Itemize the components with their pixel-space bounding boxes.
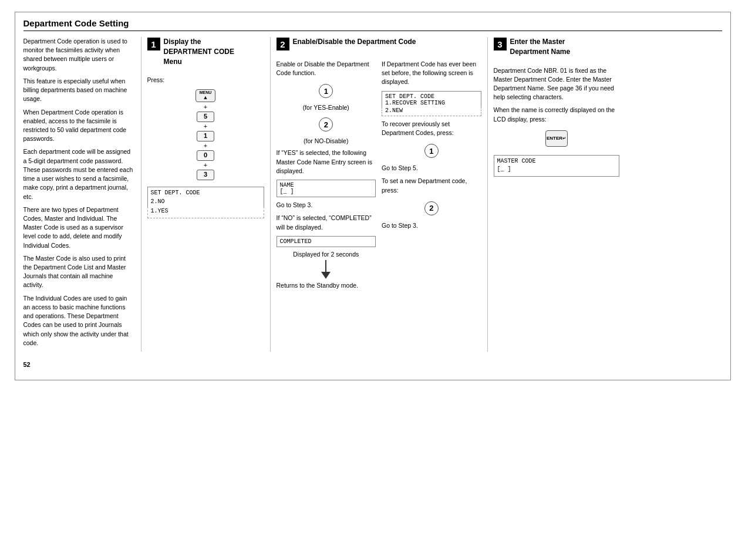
step2-name-lcd-line1: NAME <box>280 182 373 188</box>
keypad-btn-0: 0 <box>197 150 214 161</box>
step2-new-btn-container: 2 <box>382 199 481 218</box>
step2-arrow <box>277 260 376 279</box>
step1-lcd-text1: SET DEPT. CODE <box>151 190 200 196</box>
step2-right-body1: If Department Code has ever been set bef… <box>382 60 481 87</box>
step2-right-body2: To recover previously set Department Cod… <box>382 120 481 137</box>
step1-lcd-dashed: 1.YES <box>147 207 264 218</box>
arrow-head <box>321 272 331 279</box>
step3-title: Enter the MasterDepartment Name <box>510 37 571 57</box>
step2-right: If Department Code has ever been set bef… <box>382 60 481 290</box>
step2-recover-lcd-bottom: 2.NEW <box>382 107 481 116</box>
step3-column: 3 Enter the MasterDepartment Name Depart… <box>487 37 625 352</box>
step2-recover-line3: 2.NEW <box>385 107 403 114</box>
step2-displayed-label: Displayed for 2 seconds <box>277 251 376 258</box>
step3-number: 3 <box>494 38 507 50</box>
step2-recover-line2: 1.RECOVER SETTING <box>385 100 445 106</box>
page-wrapper: Department Code Setting Department Code … <box>15 12 731 380</box>
step2-new-btn: 2 <box>424 201 439 215</box>
step2-left: Enable or Disable the Department Code fu… <box>277 60 376 290</box>
description-column: Department Code operation is used to mon… <box>23 37 141 352</box>
keypad-btn-1: 1 <box>197 131 214 141</box>
plus-3: + <box>204 142 207 150</box>
step2-completed-lcd: COMPLETED <box>277 236 376 247</box>
step3-body1: Department Code NBR. 01 is fixed as the … <box>494 66 619 102</box>
plus-2: + <box>204 123 207 130</box>
arrow-shaft <box>325 260 326 272</box>
step2-number: 2 <box>277 38 289 50</box>
step2-recover-line1: SET DEPT. CODE <box>385 93 434 100</box>
keypad-btn-3: 3 <box>197 170 214 180</box>
desc-para-7: The Individual Codes are used to gain an… <box>23 294 135 348</box>
enter-label: ENTER <box>547 135 562 142</box>
step2-header: 2 Enable/Disable the Department Code <box>277 37 481 54</box>
desc-para-3: When Department Code operation is enable… <box>23 108 135 144</box>
step2-body2: If “YES” is selected, the following Mast… <box>277 149 376 176</box>
step2-goto-step3b: Go to Step 3. <box>382 221 481 230</box>
step3-body2: When the name is correctly displayed on … <box>494 106 619 123</box>
step2-name-lcd: NAME [_ ] <box>277 180 376 197</box>
step2-body: Enable or Disable the Department Code fu… <box>277 60 481 290</box>
menu-button: MENU ▲ <box>195 89 215 102</box>
keypad-btn-5: 5 <box>197 112 214 122</box>
step1-lcd-dashed-text: 1.YES <box>151 208 168 214</box>
step2-circle-btn-2: 2 <box>319 117 333 131</box>
step1-body: Press: MENU ▲ + 5 + 1 + 0 <box>147 76 264 218</box>
step3-master-line1: MASTER CODE <box>497 157 616 166</box>
step2-recover-btn: 1 <box>424 144 439 158</box>
step3-master-line2: [_ ] <box>497 166 616 174</box>
step2-right-body3: To set a new Department code, press: <box>382 177 481 194</box>
step3-master-lcd: MASTER CODE [_ ] <box>494 155 619 177</box>
step1-title-line3: Menu <box>164 58 182 66</box>
step1-lcd-line1: SET DEPT. CODE 2.NO <box>147 187 264 207</box>
desc-para-4: Each department code will be assigned a … <box>23 147 135 201</box>
plus-4: + <box>204 161 207 169</box>
desc-para-6: The Master Code is also used to print th… <box>23 254 135 290</box>
step2-title: Enable/Disable the Department Code <box>293 37 416 47</box>
page-number: 52 <box>23 361 722 368</box>
menu-label: MENU ▲ <box>200 90 212 101</box>
step2-name-lcd-line2: [_ ] <box>280 188 373 195</box>
enter-arrow: ↵ <box>562 136 566 141</box>
step2-body1: Enable or Disable the Department Code fu… <box>277 60 376 77</box>
step2-goto-step3: Go to Step 3. <box>277 201 376 210</box>
step2-recover-lcd-top: SET DEPT. CODE 1.RECOVER SETTING <box>382 91 481 107</box>
step3-enter-btn: ENTER ↵ <box>545 130 568 147</box>
step1-number: 1 <box>147 38 160 50</box>
desc-para-5: There are two types of Department Codes,… <box>23 205 135 250</box>
step1-title: Display theDEPARTMENT CODEMenu <box>164 37 234 66</box>
step3-enter-container: ENTER ↵ <box>494 128 619 149</box>
step2-btn1-desc: (for YES-Enable) <box>277 104 376 111</box>
step3-body: Department Code NBR. 01 is fixed as the … <box>494 66 619 177</box>
plus-1: + <box>204 103 207 111</box>
step2-completed-text: COMPLETED <box>280 238 312 245</box>
step1-column: 1 Display theDEPARTMENT CODEMenu Press: … <box>141 37 270 352</box>
step2-returns-label: Returns to the Standby mode. <box>277 281 376 290</box>
step1-lcd: SET DEPT. CODE 2.NO 1.YES <box>147 187 264 218</box>
page-title: Department Code Setting <box>23 18 722 31</box>
main-columns: Department Code operation is used to mon… <box>23 37 722 352</box>
step2-circle2-container: 2 <box>277 115 376 134</box>
step2-circle-btn-1: 1 <box>319 84 333 98</box>
step3-header: 3 Enter the MasterDepartment Name <box>494 37 619 60</box>
step2-circle1-container: 1 <box>277 82 376 100</box>
desc-para-1: Department Code operation is used to mon… <box>23 37 135 73</box>
step1-title-line2: DEPARTMENT CODE <box>164 48 234 56</box>
desc-para-2: This feature is especially useful when b… <box>23 77 135 104</box>
step2-body3: If “NO” is selected, “COMPLETED” will be… <box>277 214 376 231</box>
step2-goto-step5: Go to Step 5. <box>382 164 481 173</box>
step2-recover-lcd: SET DEPT. CODE 1.RECOVER SETTING 2.NEW <box>382 91 481 116</box>
step1-press-label: Press: <box>147 76 264 85</box>
step1-header: 1 Display theDEPARTMENT CODEMenu <box>147 37 264 70</box>
keypad-diagram: MENU ▲ + 5 + 1 + 0 + 3 <box>147 89 264 181</box>
step2-recover-btn-container: 1 <box>382 141 481 160</box>
step2-btn2-desc: (for NO-Disable) <box>277 137 376 144</box>
step2-column: 2 Enable/Disable the Department Code Ena… <box>270 37 487 352</box>
step1-lcd-text2: 2.NO <box>151 198 165 205</box>
